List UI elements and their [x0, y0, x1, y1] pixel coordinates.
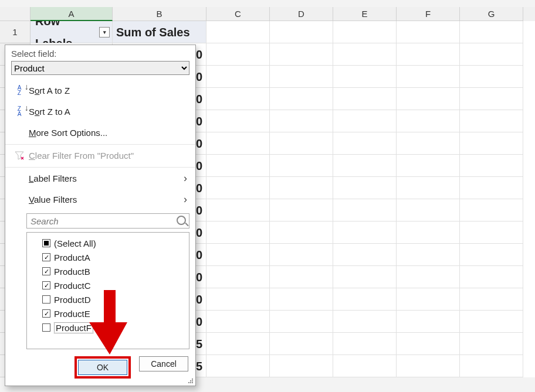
- checkbox[interactable]: ✓: [42, 309, 50, 318]
- cell[interactable]: [333, 311, 397, 333]
- cell[interactable]: [206, 355, 270, 377]
- cell[interactable]: [333, 132, 397, 155]
- sort-z-to-a[interactable]: ZA Sort Z to A: [5, 101, 195, 122]
- cell[interactable]: [206, 88, 270, 110]
- ok-button[interactable]: OK: [78, 360, 127, 375]
- pivot-row-labels-header[interactable]: Row Labels ▾: [31, 21, 113, 43]
- filter-dropdown-icon[interactable]: ▾: [99, 27, 110, 38]
- cell[interactable]: [206, 155, 270, 177]
- resize-grip[interactable]: [188, 379, 194, 384]
- cell[interactable]: [206, 177, 270, 199]
- checkbox[interactable]: ✓: [42, 267, 50, 275]
- column-header-A[interactable]: A: [31, 7, 113, 21]
- cell[interactable]: [397, 288, 460, 311]
- column-header-D[interactable]: D: [270, 7, 333, 21]
- cell[interactable]: [333, 88, 397, 110]
- cell[interactable]: [397, 333, 460, 355]
- cell[interactable]: [270, 88, 333, 110]
- cell[interactable]: [206, 244, 270, 266]
- cell[interactable]: [397, 155, 460, 177]
- column-header-E[interactable]: E: [333, 7, 397, 21]
- cell[interactable]: [460, 155, 523, 177]
- cell[interactable]: [397, 66, 460, 88]
- sort-a-to-z[interactable]: AZ Sort A to Z: [5, 80, 195, 101]
- cell[interactable]: [460, 43, 523, 66]
- cell[interactable]: [206, 21, 270, 43]
- cell[interactable]: [397, 132, 460, 155]
- cell[interactable]: [270, 66, 333, 88]
- label-filters[interactable]: Label Filters ›: [5, 168, 195, 189]
- cell[interactable]: [270, 244, 333, 266]
- cell[interactable]: [206, 199, 270, 221]
- cell[interactable]: [333, 66, 397, 88]
- row-header-1[interactable]: 1: [0, 21, 31, 43]
- value-filters[interactable]: Value Filters ›: [5, 189, 195, 210]
- cell[interactable]: [397, 110, 460, 132]
- filter-item[interactable]: ✓ProductB: [31, 264, 185, 278]
- cell[interactable]: [270, 311, 333, 333]
- cell[interactable]: [270, 266, 333, 288]
- cell[interactable]: [333, 110, 397, 132]
- cell[interactable]: [397, 266, 460, 288]
- cell[interactable]: [333, 43, 397, 66]
- cell[interactable]: [460, 66, 523, 88]
- field-select[interactable]: Product: [11, 61, 189, 75]
- cell[interactable]: [206, 132, 270, 155]
- cell[interactable]: [333, 355, 397, 377]
- cell[interactable]: [270, 110, 333, 132]
- filter-item[interactable]: ✓ProductA: [31, 250, 185, 264]
- checkbox[interactable]: [42, 295, 50, 304]
- cell[interactable]: [333, 155, 397, 177]
- filter-item[interactable]: ✓ProductE: [31, 306, 185, 321]
- filter-item[interactable]: ProductD: [31, 292, 185, 306]
- cell[interactable]: [397, 88, 460, 110]
- cell[interactable]: [397, 177, 460, 199]
- column-header-G[interactable]: G: [460, 7, 523, 21]
- cell[interactable]: [460, 311, 523, 333]
- filter-item[interactable]: ✓ProductC: [31, 278, 185, 292]
- filter-item[interactable]: ProductF: [31, 321, 185, 335]
- cell[interactable]: [206, 43, 270, 66]
- cell[interactable]: [270, 43, 333, 66]
- filter-checklist[interactable]: (Select All)✓ProductA✓ProductB✓ProductCP…: [26, 232, 189, 349]
- cell[interactable]: [206, 288, 270, 311]
- cell[interactable]: [333, 221, 397, 244]
- cell[interactable]: [333, 333, 397, 355]
- cell[interactable]: [460, 199, 523, 221]
- checkbox[interactable]: [42, 323, 50, 332]
- cell[interactable]: [270, 21, 333, 43]
- more-sort-options[interactable]: More Sort Options...: [5, 122, 195, 143]
- cell[interactable]: [460, 221, 523, 244]
- checkbox[interactable]: [42, 239, 50, 247]
- cell[interactable]: [206, 66, 270, 88]
- cell[interactable]: [333, 199, 397, 221]
- cell[interactable]: [460, 333, 523, 355]
- cell[interactable]: [333, 288, 397, 311]
- cell[interactable]: [397, 355, 460, 377]
- column-header-C[interactable]: C: [206, 7, 270, 21]
- cell[interactable]: [333, 21, 397, 43]
- cell[interactable]: [270, 199, 333, 221]
- cell[interactable]: [460, 88, 523, 110]
- cell[interactable]: [397, 311, 460, 333]
- column-header-F[interactable]: F: [397, 7, 460, 21]
- cell[interactable]: [333, 177, 397, 199]
- checkbox[interactable]: ✓: [42, 253, 50, 261]
- cancel-button[interactable]: Cancel: [139, 356, 188, 371]
- filter-item[interactable]: (Select All): [31, 236, 185, 250]
- cell[interactable]: [206, 266, 270, 288]
- cell[interactable]: [397, 43, 460, 66]
- cell[interactable]: [270, 155, 333, 177]
- cell[interactable]: [270, 288, 333, 311]
- cell[interactable]: [270, 221, 333, 244]
- cell[interactable]: [460, 21, 523, 43]
- cell[interactable]: [397, 199, 460, 221]
- cell[interactable]: [397, 244, 460, 266]
- select-all-corner[interactable]: [0, 7, 31, 21]
- cell[interactable]: [460, 266, 523, 288]
- cell[interactable]: [206, 221, 270, 244]
- cell[interactable]: [460, 132, 523, 155]
- search-input[interactable]: [26, 213, 189, 229]
- cell[interactable]: [270, 177, 333, 199]
- cell[interactable]: [333, 244, 397, 266]
